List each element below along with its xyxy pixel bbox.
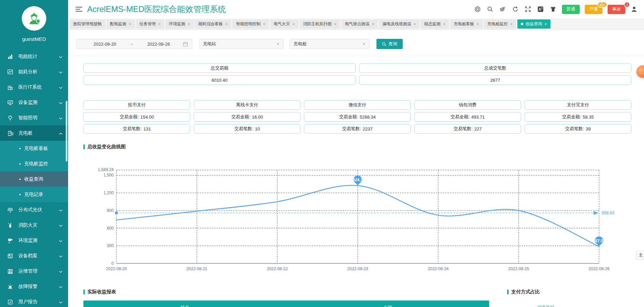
status-badge-label: 事故 — [612, 6, 621, 12]
revenue-line-chart[interactable]: 03006009001,2001,5001,589.242022-08-2020… — [68, 151, 644, 274]
tab-close-icon[interactable]: × — [188, 21, 190, 27]
sidebar-item-运维管理[interactable]: 运维管理 — [0, 263, 68, 279]
pile-select[interactable]: 充电桩 ▼ — [290, 39, 370, 49]
sidebar-item-能耗分析[interactable]: 能耗分析 — [0, 64, 68, 79]
svg-text:900: 900 — [107, 208, 114, 213]
sidebar-item-医疗IT系统[interactable]: 医疗IT系统 — [0, 79, 68, 95]
tab-收益查询[interactable]: 收益查询× — [517, 19, 550, 29]
sidebar-item-label: 用户报告 — [18, 299, 59, 305]
sidebar-subitem-label: 收益查询 — [24, 176, 43, 182]
sidebar-item-分布式光伏[interactable]: 分布式光伏 — [0, 202, 68, 217]
translate-icon[interactable]: A文 — [537, 5, 544, 13]
tab-智能照明控制[interactable]: 智能照明控制× — [232, 19, 269, 29]
tab-close-icon[interactable]: × — [510, 21, 513, 27]
tab-close-icon[interactable]: × — [129, 21, 131, 27]
sidebar-scrollbar[interactable] — [66, 101, 67, 162]
chevron-down-icon — [59, 207, 63, 213]
chevron-up-icon — [59, 131, 63, 136]
tab-电气接点测温[interactable]: 电气接点测温× — [341, 19, 378, 29]
tab-环境监测[interactable]: 环境监测× — [165, 19, 194, 29]
svg-text:600: 600 — [107, 226, 114, 231]
tab-能耗综合看板[interactable]: 能耗综合看板× — [195, 19, 231, 29]
search-icon[interactable] — [486, 5, 494, 13]
theme-icon[interactable] — [549, 5, 557, 13]
mute-icon[interactable] — [499, 5, 506, 13]
chevron-down-icon — [59, 299, 63, 305]
tab-close-icon[interactable]: × — [443, 21, 446, 27]
tab-close-icon[interactable]: × — [263, 21, 265, 27]
svg-text:2022-08-22: 2022-08-22 — [267, 266, 288, 271]
tab-label: 稳态监测 — [424, 21, 440, 27]
tab-close-icon[interactable]: × — [292, 21, 295, 27]
status-badge[interactable]: 普通 — [562, 5, 580, 14]
tab-label: 电气火灾 — [274, 21, 290, 27]
tab-close-icon[interactable]: × — [544, 21, 547, 27]
sidebar-item-label: 电能统计 — [18, 53, 59, 60]
sidebar-item-环境监测[interactable]: 环境监测 — [0, 233, 68, 248]
summary-card: 总交易额 6010.40 — [83, 63, 356, 85]
right-edge-tab[interactable]: 主 — [637, 251, 644, 260]
chevron-down-icon — [59, 268, 63, 274]
svg-text:2022-08-20: 2022-08-20 — [106, 266, 127, 271]
date-start[interactable]: 2022-08-20 — [81, 42, 129, 47]
tab-close-icon[interactable]: × — [334, 21, 337, 27]
tab-任务管理[interactable]: 任务管理× — [136, 19, 164, 29]
tab-close-icon[interactable]: × — [477, 21, 479, 27]
refresh-icon[interactable] — [512, 5, 519, 13]
lifebuoy-icon[interactable] — [474, 5, 481, 13]
summary-cards: 总交易额 6010.40总成交笔数 2677 — [83, 63, 631, 85]
bottom-row: 实际收益报表 桩号金额 支付方式占比 钱包支付 — [83, 289, 631, 307]
sidebar-item-消防火灾[interactable]: 消防火灾 — [0, 217, 68, 233]
query-button[interactable]: 查询 — [376, 39, 403, 49]
fullscreen-icon[interactable] — [524, 5, 532, 13]
tab-消防主机拓扑图[interactable]: 消防主机拓扑图× — [300, 19, 340, 29]
tab-充电桩看板[interactable]: 充电桩看板× — [450, 19, 483, 29]
sidebar-subitem-收益查询[interactable]: •收益查询 — [0, 171, 68, 187]
tab-close-icon[interactable]: × — [158, 21, 161, 27]
payment-card-投币支付: 投币支付 交易金额:154.00 交易笔数:131 — [83, 100, 190, 134]
sidebar-item-设备监测[interactable]: 设备监测 — [0, 95, 68, 110]
sidebar-item-充电桩[interactable]: 充电桩 — [0, 125, 68, 141]
date-range-picker[interactable]: 2022-08-20 ~ 2022-08-26 — [76, 39, 192, 49]
tab-电气火灾[interactable]: 电气火灾× — [270, 19, 299, 29]
top-header: AcrelEMS-MED医院综合能效管理系统 A文普通严重99+事故4 — [68, 0, 644, 18]
sidebar-subitem-充电记录[interactable]: •充电记录 — [0, 187, 68, 202]
tab-医院管理驾驶舱[interactable]: 医院管理驾驶舱 — [70, 19, 105, 29]
sidebar-item-智能照明[interactable]: 智能照明 — [0, 110, 68, 125]
summary-card-value: 2677 — [359, 75, 631, 85]
tab-label: 消防主机拓扑图 — [303, 21, 332, 27]
user-icon[interactable] — [630, 5, 638, 13]
calendar-icon — [183, 42, 188, 47]
date-end[interactable]: 2022-08-26 — [134, 42, 183, 47]
menu-toggle-icon[interactable] — [76, 7, 82, 12]
active-tab-dot — [521, 23, 523, 25]
filter-row: 2022-08-20 ~ 2022-08-26 充电站 ▼ 充电桩 — [68, 30, 644, 55]
sidebar-subitem-充电桩监控[interactable]: •充电桩监控 — [0, 156, 68, 171]
tab-充电桩监控[interactable]: 充电桩监控× — [484, 19, 516, 29]
sidebar-item-label: 设备档案 — [18, 253, 59, 259]
sidebar-item-电能统计[interactable]: 电能统计 — [0, 49, 68, 64]
chevron-down-icon — [59, 115, 63, 121]
payment-amount: 交易金额:493.71 — [414, 112, 521, 122]
sidebar-item-用户报告[interactable]: 用户报告 — [0, 294, 68, 307]
tab-close-icon[interactable]: × — [225, 21, 228, 27]
payment-card-title: 离线卡支付 — [194, 100, 301, 110]
status-badge[interactable]: 事故4 — [608, 5, 625, 14]
tab-close-icon[interactable]: × — [372, 21, 374, 27]
svg-text:2022-08-23: 2022-08-23 — [347, 266, 368, 271]
station-select-value: 充电站 — [203, 41, 216, 47]
tab-稳态监测[interactable]: 稳态监测× — [421, 19, 449, 29]
report-title-text: 实际收益报表 — [87, 289, 116, 295]
tab-close-icon[interactable]: × — [414, 21, 416, 27]
sidebar-item-设备档案[interactable]: 设备档案 — [0, 248, 68, 263]
tab-配电监测[interactable]: 配电监测× — [107, 19, 135, 29]
station-select[interactable]: 充电站 ▼ — [199, 39, 284, 49]
sidebar-item-故障报警[interactable]: 故障报警 — [0, 279, 68, 294]
sidebar-subitem-充电桩看板[interactable]: •充电桩看板 — [0, 141, 68, 156]
tab-漏电及线缆测温[interactable]: 漏电及线缆测温× — [379, 19, 420, 29]
payment-amount: 交易金额:154.00 — [83, 112, 190, 122]
sidebar-subitem-label: 充电桩看板 — [24, 145, 48, 152]
report-column-header: 金额 — [286, 301, 489, 307]
sensor-icon — [7, 237, 14, 244]
status-badge[interactable]: 严重99+ — [585, 5, 602, 14]
